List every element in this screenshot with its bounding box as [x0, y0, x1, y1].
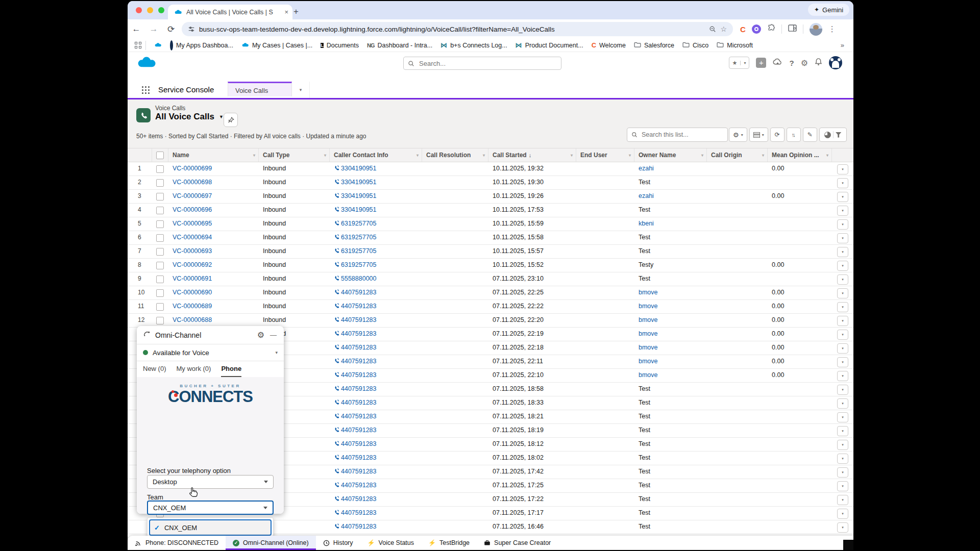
global-search[interactable] [403, 57, 561, 70]
caller-contact-link[interactable]: 4407591283 [341, 399, 377, 406]
column-header-caller-contact-info[interactable]: Caller Contact Info▾ [330, 148, 422, 162]
omni-settings-gear-icon[interactable]: ⚙ [257, 330, 264, 340]
bookmark-item[interactable]: ⋈Product Document... [511, 41, 587, 49]
row-actions-button[interactable]: ▾ [837, 412, 848, 422]
caller-contact-link[interactable]: 4407591283 [341, 482, 377, 489]
owner-link[interactable]: bmove [639, 371, 658, 379]
row-checkbox[interactable] [156, 262, 164, 269]
list-search[interactable] [627, 128, 728, 142]
caller-contact-link[interactable]: 6319257705 [341, 234, 377, 241]
global-search-input[interactable] [418, 59, 557, 68]
omni-tab-my-work-[interactable]: My work (0) [177, 361, 211, 377]
owner-link[interactable]: bmove [639, 316, 658, 323]
row-actions-button[interactable]: ▾ [837, 385, 848, 395]
row-actions-button[interactable]: ▾ [837, 522, 848, 533]
connects-extension-icon[interactable]: C [740, 25, 746, 34]
row-checkbox[interactable] [156, 234, 164, 242]
puzzle-extensions-icon[interactable] [767, 24, 775, 34]
row-actions-button[interactable]: ▾ [837, 343, 848, 354]
voice-call-name-link[interactable]: VC-00000696 [173, 206, 212, 213]
utility-item-phone-disconnected[interactable]: Phone: DISCONNECTED [128, 536, 226, 550]
caller-contact-link[interactable]: 6319257705 [341, 261, 377, 268]
column-header-call-resolution[interactable]: Call Resolution▾ [422, 148, 488, 162]
edit-button[interactable]: ✎ [803, 128, 817, 142]
bookmarks-overflow-icon[interactable]: » [841, 41, 844, 49]
team-option-selected[interactable]: ✓CNX_OEM [149, 519, 272, 536]
row-actions-button[interactable]: ▾ [837, 316, 848, 326]
row-actions-button[interactable]: ▾ [837, 440, 848, 450]
caller-contact-link[interactable]: 4407591283 [341, 303, 377, 310]
sort-button[interactable]: ↑↓ [787, 128, 801, 142]
address-bar[interactable]: busu-scv-ops-team-testdemo-dev-ed.develo… [182, 22, 733, 36]
tab-close-icon[interactable]: × [284, 8, 288, 16]
caller-contact-link[interactable]: 4407591283 [341, 454, 377, 461]
row-actions-button[interactable]: ▾ [837, 288, 848, 298]
row-actions-button[interactable]: ▾ [837, 247, 848, 257]
caller-contact-link[interactable]: 4407591283 [341, 523, 377, 530]
list-settings-button[interactable]: ⚙▾ [729, 128, 747, 142]
row-checkbox[interactable] [156, 193, 164, 201]
row-actions-button[interactable]: ▾ [837, 398, 848, 409]
chevron-down-icon[interactable]: ▾ [629, 153, 631, 158]
workspace-tab-voice-calls[interactable]: Voice Calls [228, 82, 292, 96]
zoom-page-icon[interactable] [709, 26, 716, 33]
column-header-name[interactable]: Name▾ [168, 148, 259, 162]
salesforce-logo[interactable] [136, 55, 157, 71]
row-actions-button[interactable]: ▾ [837, 495, 848, 505]
url-text[interactable]: busu-scv-ops-team-testdemo-dev-ed.develo… [199, 26, 705, 33]
utility-item-omni-channel-online-[interactable]: ✓Omni-Channel (Online) [226, 536, 316, 550]
new-tab-button[interactable]: + [289, 5, 303, 18]
caller-contact-link[interactable]: 4407591283 [341, 385, 377, 392]
caller-contact-link[interactable]: 3304190951 [341, 192, 377, 199]
chevron-down-icon[interactable]: ▾ [701, 153, 703, 158]
row-actions-button[interactable]: ▾ [837, 426, 848, 436]
chevron-down-icon[interactable]: ▾ [324, 153, 326, 158]
caller-contact-link[interactable]: 6319257705 [341, 247, 377, 255]
voice-call-name-link[interactable]: VC-00000695 [173, 220, 212, 227]
caller-contact-link[interactable]: 4407591283 [341, 509, 377, 516]
browser-profile-avatar[interactable] [810, 23, 822, 36]
utility-item-history[interactable]: History [316, 536, 360, 550]
column-header-call-started[interactable]: Call Started↓▾ [488, 148, 576, 162]
caller-contact-link[interactable]: 3304190951 [341, 165, 377, 172]
row-actions-button[interactable]: ▾ [837, 467, 848, 478]
column-header-call-type[interactable]: Call Type▾ [259, 148, 330, 162]
trailhead-icon[interactable] [773, 58, 782, 67]
row-actions-button[interactable]: ▾ [837, 233, 848, 243]
chevron-down-icon[interactable]: ▾ [826, 153, 828, 158]
chart-filter-button[interactable] [819, 128, 847, 142]
caller-contact-link[interactable]: 3304190951 [341, 206, 377, 213]
chevron-down-icon[interactable]: ▾ [571, 153, 573, 158]
caller-contact-link[interactable]: 4407591283 [341, 330, 377, 337]
caller-contact-link[interactable]: 4407591283 [341, 289, 377, 296]
scrollbar-corner[interactable] [843, 540, 853, 550]
utility-item-super-case-creator[interactable]: Super Case Creator [477, 536, 558, 550]
omni-tab-new-[interactable]: New (0) [143, 361, 166, 377]
bookmark-item[interactable]: CWelcome [587, 41, 630, 49]
purple-extension-icon[interactable] [752, 24, 761, 34]
row-actions-button[interactable]: ▾ [837, 261, 848, 271]
row-actions-button[interactable]: ▾ [837, 178, 848, 188]
row-actions-button[interactable]: ▾ [837, 481, 848, 491]
zoom-window-button[interactable] [158, 7, 164, 13]
column-header-owner-name[interactable]: Owner Name▾ [634, 148, 707, 162]
voice-call-name-link[interactable]: VC-00000690 [173, 289, 212, 296]
voice-call-name-link[interactable]: VC-00000699 [173, 165, 212, 172]
global-actions-button[interactable]: + [756, 58, 766, 68]
row-checkbox[interactable] [156, 165, 164, 173]
row-checkbox[interactable] [156, 317, 164, 324]
row-actions-button[interactable]: ▾ [837, 330, 848, 340]
row-checkbox[interactable] [156, 207, 164, 214]
telephony-select[interactable]: Desktop [147, 475, 274, 489]
apps-grid-icon[interactable] [135, 42, 141, 48]
bookmark-item[interactable]: My Apps Dashboa... [166, 42, 237, 49]
gemini-button[interactable]: ✦ Gemini [808, 4, 849, 16]
chevron-down-icon[interactable]: ▼ [219, 114, 224, 119]
list-view-title[interactable]: All Voice Calls▼ [155, 112, 224, 122]
owner-link[interactable]: bmove [639, 303, 658, 310]
row-actions-button[interactable]: ▾ [837, 454, 848, 464]
owner-link[interactable]: bmove [639, 358, 658, 365]
caller-contact-link[interactable]: 4407591283 [341, 427, 377, 434]
row-actions-button[interactable]: ▾ [837, 206, 848, 216]
utility-item-testbridge[interactable]: ⚡TestBridge [421, 536, 477, 550]
